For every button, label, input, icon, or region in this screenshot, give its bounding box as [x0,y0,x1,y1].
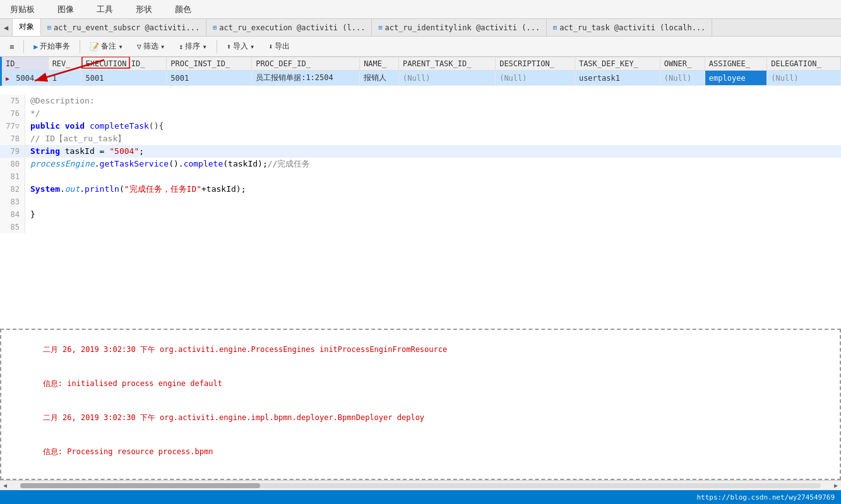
scroll-thumb[interactable] [20,483,260,488]
tab-act-ru-execution[interactable]: ⊞ act_ru_execution @activiti (l... [206,19,372,36]
tab-act-ru-identitylink-label: act_ru_identitylink @activiti (... [385,23,540,32]
tab-bar: ◀ 对象 ⊞ act_ru_event_subscr @activiti... … [0,19,841,37]
scroll-left-arrow[interactable]: ◀ [0,481,10,491]
cell-proc-inst: 5001 [167,71,252,86]
export-label: 导出 [275,41,290,52]
start-transaction-btn[interactable]: ▶ 开始事务 [28,38,76,54]
log-line-4: 信息: Processing resource process.bpmn [6,435,835,469]
tab-act-ru-event-label: act_ru_event_subscr @activiti... [54,23,200,32]
cell-parent-task: (Null) [399,71,496,86]
code-line-79: 79 String taskId = "5004"; [0,145,841,158]
import-dropdown-icon: ▾ [250,42,254,51]
main-wrapper: 剪贴板 图像 工具 形状 颜色 ◀ 对象 ⊞ act_ru_event_subs… [0,0,841,504]
code-line-77: 77▽ public void completeTask(){ [0,120,841,132]
export-icon: ⬇ [268,42,273,51]
scroll-right-arrow[interactable]: ▶ [831,481,841,491]
import-label: 导入 [233,41,248,52]
filter-btn[interactable]: ▽ 筛选 ▾ [131,38,170,54]
console-panel: 二月 26, 2019 3:02:30 下午 org.activiti.engi… [0,329,841,480]
scroll-track[interactable] [20,483,821,488]
note-label: 备注 [101,41,116,52]
start-transaction-icon: ▶ [33,42,38,51]
table-row[interactable]: ▶ 5004 1 5001 5001 员工报销单据:1:2504 报销人 (Nu… [1,71,841,86]
sort-icon: ↕ [179,42,183,51]
table-icon-3: ⊞ [378,24,382,31]
data-table-area: ID_ REV_ EXECUTION_ID_ PROC_INST_ID_ PRO… [0,57,841,95]
cell-exec-id: 5001 [81,71,167,86]
tab-object[interactable]: 对象 [13,19,41,36]
col-header-parent-task: PARENT_TASK_ID_ [399,57,496,71]
cell-name: 报销人 [360,71,399,86]
log-line-3: 二月 26, 2019 3:02:30 下午 org.activiti.engi… [6,401,835,435]
tab-act-ru-event[interactable]: ⊞ act_ru_event_subscr @activiti... [41,19,206,36]
col-header-proc-def: PROC_DEF_ID_ [252,57,360,71]
data-table: ID_ REV_ EXECUTION_ID_ PROC_INST_ID_ PRO… [0,57,841,86]
log-line-1: 二月 26, 2019 3:02:30 下午 org.activiti.engi… [6,332,835,366]
table-icon-1: ⊞ [47,24,51,31]
tab-act-ru-task[interactable]: ⊞ act_ru_task @activiti (localh... [547,19,712,36]
code-line-81: 81 [0,170,841,183]
tab-scroll-left[interactable]: ◀ [0,19,13,36]
sort-btn[interactable]: ↕ 排序 ▾ [173,38,212,54]
toolbar-sep-2 [80,40,80,53]
top-menu-bar: 剪贴板 图像 工具 形状 颜色 [0,0,841,19]
code-editor: 75 @Description: 76 */ 77▽ public void c… [0,95,841,329]
col-header-delegation: DELEGATION_ [767,57,841,71]
code-line-75: 75 @Description: [0,95,841,107]
filter-label: 筛选 [143,41,158,52]
cell-owner: (Null) [660,71,705,86]
cell-id: ▶ 5004 [1,71,49,86]
log-line-5: 二月 26, 2019 3:02:30 下午 org.activiti.engi… [6,469,835,480]
col-header-name: NAME_ [360,57,399,71]
menu-tools[interactable]: 工具 [92,1,118,18]
filter-dropdown-icon: ▾ [160,42,165,51]
hamburger-menu[interactable]: ≡ [4,40,20,54]
sort-dropdown-icon: ▾ [202,42,206,51]
filter-icon: ▽ [137,42,141,51]
row-indicator: ▶ [6,75,9,82]
cell-rev: 1 [48,71,81,86]
code-line-76: 76 */ [0,107,841,120]
status-bar: https://blog.csdn.net/wy274549769 [0,490,841,504]
tab-act-ru-execution-label: act_ru_execution @activiti (l... [219,23,365,32]
menu-shapes[interactable]: 形状 [131,1,157,18]
table-icon-4: ⊞ [553,24,557,31]
horizontal-scrollbar[interactable]: ◀ ▶ [0,480,841,490]
toolbar-sep-3 [217,40,217,53]
import-btn[interactable]: ⬆ 导入 ▾ [221,38,260,54]
code-line-80: 80 processEngine.getTaskService().comple… [0,158,841,170]
menu-image[interactable]: 图像 [52,1,79,18]
cell-proc-def: 员工报销单据:1:2504 [252,71,360,86]
cell-desc: (Null) [496,71,575,86]
export-btn[interactable]: ⬇ 导出 [263,38,295,54]
col-header-task-def-key: TASK_DEF_KEY_ [575,57,660,71]
menu-colors[interactable]: 颜色 [170,1,196,18]
tab-act-ru-identitylink[interactable]: ⊞ act_ru_identitylink @activiti (... [372,19,547,36]
note-dropdown-icon: ▾ [118,42,122,51]
log-line-2: 信息: initialised process engine default [6,366,835,401]
note-btn[interactable]: 📝 备注 ▾ [84,38,128,54]
col-header-desc: DESCRIPTION_ [496,57,575,71]
note-icon: 📝 [90,42,99,51]
sort-label: 排序 [185,41,200,52]
col-header-rev: REV_ [48,57,81,71]
cell-assignee: employee [705,71,766,86]
code-line-84: 84 } [0,208,841,221]
code-line-78: 78 // ID【act_ru_task】 [0,132,841,145]
col-header-assignee: ASSIGNEE_ [705,57,766,71]
col-header-proc-inst: PROC_INST_ID_ [167,57,252,71]
tab-object-label: 对象 [19,21,34,32]
code-line-85: 85 [0,221,841,233]
menu-clipboard[interactable]: 剪贴板 [5,1,40,18]
code-line-83: 83 [0,196,841,208]
status-url: https://blog.csdn.net/wy274549769 [696,493,835,501]
hamburger-icon: ≡ [9,42,14,51]
start-transaction-label: 开始事务 [40,41,70,52]
tab-act-ru-task-label: act_ru_task @activiti (localh... [559,23,705,32]
col-header-id: ID_ [1,57,49,71]
toolbar-sep-1 [23,40,24,53]
cell-delegation: (Null) [767,71,841,86]
second-toolbar: ≡ ▶ 开始事务 📝 备注 ▾ ▽ 筛选 ▾ ↕ 排序 ▾ ⬆ 导入 ▾ [0,37,841,57]
col-header-owner: OWNER_ [660,57,705,71]
cell-task-def-key: usertask1 [575,71,660,86]
